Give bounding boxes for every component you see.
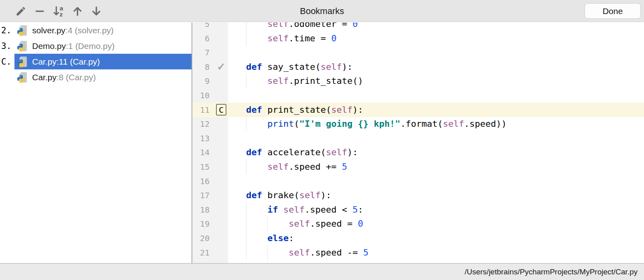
code-line[interactable]: 13 (192, 131, 644, 146)
code-line[interactable]: 18 if self.speed < 5: (192, 203, 644, 217)
code-line[interactable]: 10 (192, 88, 644, 103)
code-line[interactable]: 12 print("I'm going {} kph!".format(self… (192, 117, 644, 131)
line-number: 10 (192, 88, 210, 103)
code-text: def print_state(self): (225, 103, 363, 117)
line-number: 17 (192, 188, 210, 203)
python-file-icon (17, 40, 29, 52)
bookmark-label: Car.py:8 (Car.py) (32, 73, 96, 82)
code-line[interactable]: 8✓ def say_state(self): (192, 60, 644, 74)
bookmark-label: Car.py:11 (Car.py) (32, 57, 100, 67)
code-text: self.speed -= 5 (225, 246, 369, 260)
code-text: self.speed = 0 (225, 217, 363, 231)
code-text: if self.speed < 5: (225, 203, 363, 217)
code-line[interactable]: 9 self.print_state() (192, 74, 644, 88)
code-line[interactable]: 20 else: (192, 231, 644, 246)
line-number: 12 (192, 117, 210, 131)
line-number: 8 (192, 60, 210, 74)
code-line[interactable]: 7 (192, 45, 644, 60)
bookmark-list-item[interactable]: 2.solver.py:4 (solver.py) (0, 22, 192, 38)
code-line[interactable]: 14 def accelerate(self): (192, 145, 644, 160)
code-line[interactable]: 16 (192, 174, 644, 189)
line-number: 15 (192, 160, 210, 174)
code-line[interactable]: 11C def print_state(self): (192, 103, 644, 117)
code-line[interactable]: 19 self.speed = 0 (192, 217, 644, 231)
status-bar: /Users/jetbrains/PycharmProjects/MyProje… (0, 263, 644, 280)
bookmark-mnemonic: C. (0, 54, 14, 69)
bookmark-mnemonic: 3. (0, 38, 14, 54)
line-number: 9 (192, 74, 210, 88)
bookmark-list: 2.solver.py:4 (solver.py)3.Demo.py:1 (De… (0, 22, 192, 263)
python-file-icon (17, 24, 29, 37)
panel-divider (192, 22, 192, 263)
bookmark-mnemonic (0, 69, 14, 85)
line-number: 7 (192, 45, 210, 60)
bookmark-label: Demo.py:1 (Demo.py) (32, 41, 114, 51)
code-line[interactable]: 6 self.time = 0 (192, 31, 644, 46)
line-number: 20 (192, 231, 210, 246)
code-text: else: (225, 231, 294, 246)
bookmark-mnemonic: 2. (0, 22, 14, 38)
line-number: 14 (192, 145, 210, 160)
bookmark-entry[interactable]: solver.py:4 (solver.py) (14, 22, 192, 38)
line-number: 21 (192, 246, 210, 260)
line-number: 18 (192, 203, 210, 217)
bookmark-label: solver.py:4 (solver.py) (32, 26, 114, 35)
bookmark-list-item[interactable]: 3.Demo.py:1 (Demo.py) (0, 38, 192, 54)
code-text: def accelerate(self): (225, 145, 358, 160)
code-text: def brake(self): (225, 188, 331, 203)
code-text: print("I'm going {} kph!".format(self.sp… (225, 117, 507, 131)
line-number: 5 (192, 22, 210, 31)
line-number: 6 (192, 31, 210, 46)
python-file-icon (17, 71, 29, 83)
code-line[interactable]: 5 self.odometer = 0 (192, 22, 644, 31)
line-number: 16 (192, 174, 210, 189)
bookmark-list-item[interactable]: Car.py:8 (Car.py) (0, 69, 192, 85)
bookmark-entry[interactable]: Car.py:8 (Car.py) (14, 69, 192, 85)
code-text: self.speed += 5 (225, 160, 347, 174)
bookmark-list-item[interactable]: C.Car.py:11 (Car.py) (0, 54, 192, 69)
line-number: 19 (192, 217, 210, 231)
code-text: self.time = 0 (225, 31, 336, 46)
python-file-icon (17, 56, 29, 68)
code-line[interactable]: 17 def brake(self): (192, 188, 644, 203)
code-preview-pane: 5 self.odometer = 06 self.time = 078✓ de… (192, 22, 644, 263)
code-text: self.odometer = 0 (225, 22, 358, 31)
file-path: /Users/jetbrains/PycharmProjects/MyProje… (465, 268, 638, 276)
code-text: self.print_state() (225, 74, 363, 88)
dialog-title: Bookmarks (0, 0, 644, 22)
line-number: 13 (192, 131, 210, 146)
line-number: 11 (192, 103, 210, 117)
done-button[interactable]: Done (585, 3, 641, 19)
dialog-header: a z Bookmarks Done (0, 0, 644, 22)
bookmark-entry[interactable]: Demo.py:1 (Demo.py) (14, 38, 192, 54)
code-line[interactable]: 21 self.speed -= 5 (192, 246, 644, 260)
code-line[interactable]: 15 self.speed += 5 (192, 160, 644, 174)
bookmark-entry[interactable]: Car.py:11 (Car.py) (14, 54, 192, 69)
code-text: def say_state(self): (225, 60, 353, 74)
